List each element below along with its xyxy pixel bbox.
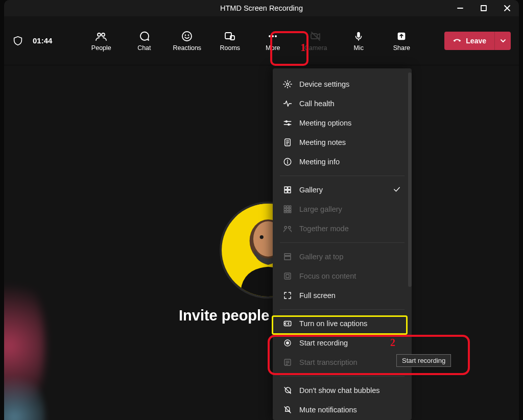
svg-point-48 <box>284 227 287 229</box>
record-icon <box>283 338 292 348</box>
menu-item-device-settings[interactable]: Device settings <box>273 75 412 94</box>
menu-item-label: Large gallery <box>299 205 401 213</box>
pulse-icon <box>283 99 292 108</box>
svg-rect-1 <box>481 6 486 11</box>
people-button[interactable]: People <box>88 30 114 52</box>
window-title: HTMD Screen Recording <box>220 4 303 12</box>
titlebar: HTMD Screen Recording <box>4 0 519 16</box>
menu-scrollbar[interactable] <box>408 72 412 287</box>
menu-item-chat-bubbles[interactable]: Don't show chat bubbles <box>273 381 412 400</box>
menu-item-start-recording[interactable]: Start recording <box>273 333 412 353</box>
menu-item-label: Meeting options <box>299 119 401 127</box>
chat-icon <box>138 30 150 42</box>
leave-button[interactable]: Leave <box>444 32 494 50</box>
svg-point-12 <box>272 35 274 37</box>
captions-icon <box>283 319 292 328</box>
menu-item-label: Call health <box>299 100 401 108</box>
camera-button[interactable]: Camera <box>303 30 328 52</box>
svg-rect-43 <box>287 209 289 211</box>
more-icon <box>267 30 279 42</box>
transcription-icon <box>283 358 292 367</box>
more-label: More <box>266 44 280 52</box>
svg-rect-52 <box>284 273 291 279</box>
window-minimize-button[interactable] <box>448 0 472 16</box>
svg-rect-38 <box>288 190 291 193</box>
camera-off-icon <box>310 30 322 42</box>
menu-item-full-screen[interactable]: Full screen <box>273 286 412 305</box>
svg-rect-16 <box>358 32 361 37</box>
notes-icon <box>283 138 292 147</box>
svg-rect-50 <box>284 254 291 256</box>
rooms-icon <box>224 30 236 42</box>
menu-divider <box>280 176 405 176</box>
svg-point-21 <box>260 235 264 239</box>
svg-point-23 <box>287 83 289 86</box>
camera-label: Camera <box>304 44 327 52</box>
share-label: Share <box>393 44 410 52</box>
chevron-down-icon <box>500 37 507 44</box>
svg-rect-44 <box>290 209 291 211</box>
svg-rect-45 <box>284 211 286 213</box>
leave-options-button[interactable] <box>494 32 511 50</box>
menu-item-label: Gallery <box>299 186 385 194</box>
sliders-icon <box>283 118 292 128</box>
menu-item-mute-notifications[interactable]: Mute notifications <box>273 400 412 419</box>
chat-bubbles-off-icon <box>283 386 292 395</box>
rooms-button[interactable]: Rooms <box>217 30 243 52</box>
info-icon <box>283 157 292 166</box>
svg-point-11 <box>269 35 271 37</box>
menu-item-label: Start recording <box>299 339 401 347</box>
svg-rect-51 <box>284 256 291 260</box>
svg-rect-47 <box>290 211 291 213</box>
more-button[interactable]: More <box>260 30 286 52</box>
menu-item-call-health[interactable]: Call health <box>273 94 412 113</box>
gallery-top-icon <box>283 252 292 261</box>
people-label: People <box>91 44 111 52</box>
menu-item-meeting-options[interactable]: Meeting options <box>273 113 412 133</box>
menu-item-gallery[interactable]: Gallery <box>273 180 412 200</box>
svg-point-6 <box>182 32 192 41</box>
menu-item-live-captions[interactable]: Turn on live captions <box>273 314 412 333</box>
menu-item-together-mode: Together mode <box>273 219 412 238</box>
svg-point-8 <box>188 35 189 35</box>
menu-item-label: Together mode <box>299 225 401 233</box>
svg-rect-40 <box>287 206 289 208</box>
invite-people-heading: Invite people <box>179 307 269 324</box>
reactions-icon <box>181 30 193 42</box>
menu-divider <box>280 309 405 310</box>
menu-item-label: Meeting info <box>299 158 401 166</box>
reactions-button[interactable]: Reactions <box>174 30 200 52</box>
chat-button[interactable]: Chat <box>131 30 157 52</box>
leave-label: Leave <box>466 37 486 45</box>
svg-rect-36 <box>288 187 291 189</box>
check-icon <box>392 185 401 195</box>
svg-point-5 <box>102 33 105 36</box>
bell-off-icon <box>283 405 292 414</box>
menu-item-large-gallery: Large gallery <box>273 200 412 219</box>
svg-rect-42 <box>284 209 286 211</box>
window-close-button[interactable] <box>495 0 519 16</box>
menu-item-label: Don't show chat bubbles <box>299 386 401 394</box>
svg-point-4 <box>98 33 101 36</box>
svg-point-7 <box>185 35 186 35</box>
share-icon <box>395 30 408 42</box>
menu-item-label: Meeting notes <box>299 138 401 146</box>
mic-icon <box>352 30 365 42</box>
mic-button[interactable]: Mic <box>346 30 371 52</box>
menu-item-meeting-notes[interactable]: Meeting notes <box>273 133 412 152</box>
svg-rect-41 <box>290 206 291 208</box>
focus-icon <box>283 271 292 281</box>
menu-item-gallery-top: Gallery at top <box>273 247 412 266</box>
gear-icon <box>283 80 292 89</box>
meeting-toolbar: 01:44 People Chat Reactions <box>4 16 519 65</box>
window-maximize-button[interactable] <box>472 0 495 16</box>
svg-rect-46 <box>287 211 289 213</box>
mic-label: Mic <box>354 44 364 52</box>
share-button[interactable]: Share <box>389 30 414 52</box>
svg-point-49 <box>289 227 291 229</box>
menu-divider <box>280 242 405 243</box>
shield-icon <box>12 35 23 46</box>
menu-item-start-transcription: Start transcription <box>273 353 412 372</box>
menu-item-meeting-info[interactable]: Meeting info <box>273 152 412 171</box>
people-icon <box>95 30 107 42</box>
